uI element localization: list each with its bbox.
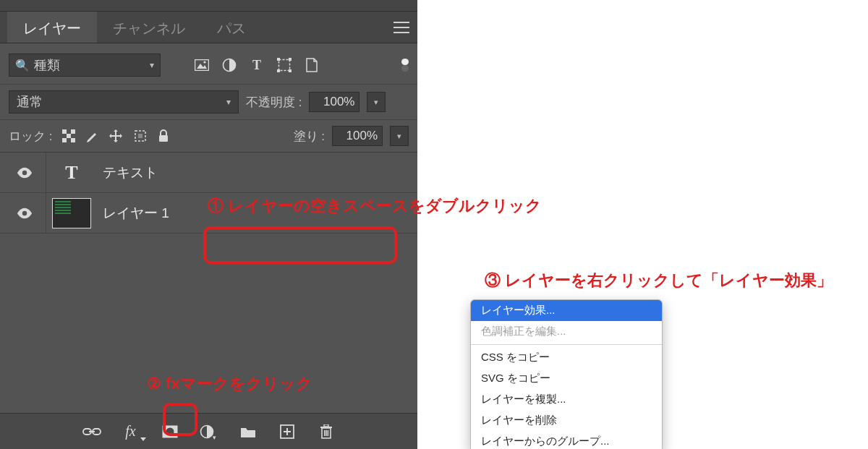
fill-dropdown[interactable]: ▾	[390, 126, 409, 146]
ctx-item-layer-effects[interactable]: レイヤー効果...	[471, 300, 662, 321]
svg-point-21	[22, 170, 26, 174]
filter-toggle-switch[interactable]	[401, 57, 409, 73]
panel-tabs: レイヤー チャンネル パス	[0, 12, 417, 43]
lock-position-icon[interactable]	[109, 129, 123, 143]
layer-filter-row: 🔍種類 ▾ T	[0, 43, 417, 85]
blend-mode-value: 通常	[17, 93, 43, 111]
svg-rect-3	[195, 60, 209, 71]
svg-rect-31	[284, 431, 291, 432]
ctx-item-edit-adjustment: 色調補正を編集...	[471, 321, 662, 342]
svg-rect-19	[138, 134, 142, 138]
svg-rect-15	[67, 134, 71, 138]
lock-row: ロック : 塗り : 100% ▾	[0, 120, 417, 153]
annotation-text-1: ① レイヤーの空きスペースをダブルクリック	[208, 195, 542, 217]
link-layers-icon[interactable]	[81, 421, 103, 442]
filter-kind-label: 種類	[34, 58, 60, 72]
type-thumb-icon: T	[46, 153, 97, 192]
new-group-icon[interactable]	[237, 421, 259, 442]
filter-pixel-icon[interactable]	[194, 57, 210, 73]
filter-shape-icon[interactable]	[276, 57, 292, 73]
visibility-toggle[interactable]	[3, 193, 46, 233]
new-layer-icon[interactable]	[276, 421, 298, 442]
add-mask-icon[interactable]	[159, 421, 181, 442]
svg-rect-10	[277, 69, 280, 72]
layer-list: T テキスト レイヤー 1	[0, 153, 417, 234]
svg-point-5	[203, 61, 205, 63]
ctx-item-copy-css[interactable]: CSS をコピー	[471, 347, 662, 368]
svg-rect-8	[277, 58, 280, 61]
lock-all-icon[interactable]	[158, 129, 169, 142]
layer-name-label: レイヤー 1	[97, 204, 169, 223]
filter-kind-select[interactable]: 🔍種類 ▾	[9, 54, 161, 77]
tab-layers[interactable]: レイヤー	[7, 12, 97, 43]
ctx-separator	[471, 344, 662, 345]
chevron-down-icon: ▾	[226, 97, 231, 107]
lock-artboard-icon[interactable]	[133, 129, 148, 143]
svg-rect-16	[62, 138, 67, 142]
svg-rect-25	[89, 431, 95, 432]
svg-rect-9	[289, 58, 292, 61]
svg-point-27	[166, 427, 174, 435]
svg-rect-14	[71, 129, 75, 134]
annotation-text-3: ③ レイヤーを右クリックして「レイヤー効果」	[485, 270, 833, 291]
image-thumb-icon	[46, 193, 97, 233]
lock-transparency-icon[interactable]	[62, 129, 75, 142]
fill-label: 塗り :	[294, 128, 325, 145]
filter-type-icons: T	[194, 57, 320, 73]
tab-channels[interactable]: チャンネル	[97, 12, 201, 43]
panel-menu-icon[interactable]	[386, 12, 417, 43]
svg-rect-0	[393, 22, 409, 23]
filter-text-icon[interactable]: T	[249, 57, 265, 73]
layer-context-menu: レイヤー効果... 色調補正を編集... CSS をコピー SVG をコピー レ…	[470, 299, 663, 449]
layer-bottom-toolbar: fx ▾	[0, 413, 417, 449]
annotation-text-2: ② fxマークをクリック	[147, 373, 312, 395]
lock-label: ロック :	[9, 128, 52, 145]
svg-rect-35	[324, 430, 326, 436]
opacity-label: 不透明度 :	[246, 94, 302, 111]
adjustment-layer-icon[interactable]: ▾	[198, 421, 220, 442]
fill-value-field[interactable]: 100%	[332, 126, 383, 146]
svg-rect-7	[279, 60, 290, 71]
svg-point-22	[22, 210, 26, 215]
svg-rect-17	[71, 138, 75, 142]
svg-rect-13	[62, 129, 67, 134]
ctx-item-copy-svg[interactable]: SVG をコピー	[471, 368, 662, 389]
svg-rect-36	[326, 430, 327, 436]
svg-rect-2	[393, 32, 409, 33]
fx-effects-icon[interactable]: fx	[120, 421, 142, 442]
svg-rect-37	[327, 430, 328, 436]
layer-name-label: テキスト	[97, 163, 158, 182]
layer-row-text[interactable]: T テキスト	[0, 153, 417, 193]
svg-rect-34	[324, 424, 328, 427]
lock-pixels-icon[interactable]	[85, 129, 98, 142]
chevron-down-icon: ▾	[150, 60, 154, 70]
svg-rect-1	[393, 27, 409, 28]
svg-rect-20	[159, 135, 168, 142]
filter-smartobject-icon[interactable]	[304, 57, 320, 73]
tab-paths[interactable]: パス	[201, 12, 262, 43]
ctx-item-duplicate-layer[interactable]: レイヤーを複製...	[471, 389, 662, 410]
blend-mode-select[interactable]: 通常 ▾	[9, 90, 239, 114]
svg-marker-4	[197, 64, 207, 69]
blend-mode-row: 通常 ▾ 不透明度 : 100% ▾	[0, 85, 417, 120]
search-icon: 🔍	[15, 59, 30, 72]
svg-rect-11	[289, 69, 292, 72]
filter-adjustment-icon[interactable]	[221, 57, 237, 73]
opacity-dropdown[interactable]: ▾	[367, 92, 386, 112]
delete-layer-icon[interactable]	[315, 421, 337, 442]
visibility-toggle[interactable]	[3, 153, 46, 192]
ctx-item-delete-layer[interactable]: レイヤーを削除	[471, 410, 662, 431]
opacity-value-field[interactable]: 100%	[309, 92, 359, 112]
panel-top-spacer	[0, 0, 417, 12]
ctx-item-group-from-layers[interactable]: レイヤーからのグループ...	[471, 431, 662, 449]
